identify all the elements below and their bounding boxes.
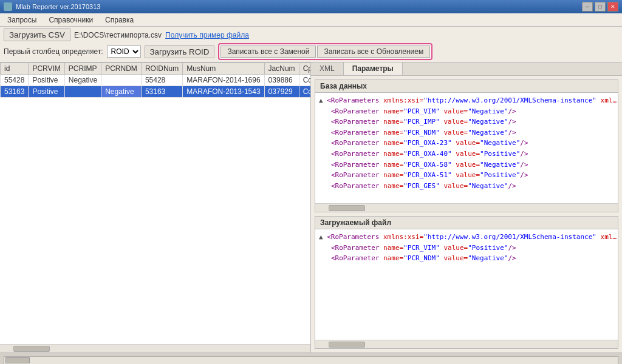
xml-line: <RoParameter name="PCR_VIM" value="Negat… [319,106,614,117]
tab-params[interactable]: Параметры [344,62,403,75]
col-comparison: Сравнен [299,63,310,75]
col-roidnum: ROIDNum [141,63,182,75]
app-icon [4,2,12,11]
xml-line: <RoParameter name="PCR_OXA-58" value="Ne… [319,160,614,170]
cell-roidnum: 53163 [141,86,182,98]
write-buttons-group: Записать все с Заменой Записать все с Об… [218,43,432,60]
col-pcrndm: PCRNDM [101,63,142,75]
xml-line: <RoParameter name="PCR_NDM" value="Negat… [319,127,614,138]
cell-id: 53163 [1,86,29,98]
load-csv-button[interactable]: Загрузить CSV [4,29,70,41]
right-content: База данных ▲ <RoParameters xmlns:xsi="h… [311,76,622,352]
col-id: id [1,63,29,75]
get-sample-link[interactable]: Получить пример файла [165,31,249,39]
db-section-title: База данных [315,80,618,93]
title-bar: Mlab Reporter ver.20170313 ─ □ ✕ [0,0,622,13]
data-table: id PCRVIM PCRIMP PCRNDM ROIDNum MusNum J… [0,62,310,98]
cell-jacnum: 037929 [264,86,299,98]
col-pcrvim: PCRVIM [29,63,64,75]
cell-pcrvim: Positive [29,75,64,86]
left-panel: id PCRVIM PCRIMP PCRNDM ROIDNum MusNum J… [0,62,311,352]
scrollbar-thumb [13,346,50,352]
cell-comparison: Conflict [299,86,310,98]
cell-pcrimp [64,86,101,98]
table-row[interactable]: 55428 Positive Negative 55428 MARAFON-20… [1,75,311,86]
close-button[interactable]: ✕ [607,2,618,12]
load-roid-button[interactable]: Загрузить ROID [145,46,215,58]
file-path-value: E:\DOCS\тестимпорта.csv [74,31,162,39]
first-col-label: Первый столбец определяет: [4,47,103,56]
write-update-button[interactable]: Записать все с Обновлением [317,46,430,58]
right-panel: XML Параметры База данных ▲ <RoParameter… [311,62,622,352]
xml-line: <RoParameter name="PCR_OXA-51" value="Po… [319,170,614,181]
db-section: База данных ▲ <RoParameters xmlns:xsi="h… [315,79,618,212]
cell-comparison: Conflict [299,75,310,86]
cell-id: 55428 [1,75,29,86]
db-xml-content[interactable]: ▲ <RoParameters xmlns:xsi="http://www.w3… [315,93,618,203]
xml-line: <RoParameter name="PCR_OXA-40" value="Po… [319,149,614,160]
menu-references[interactable]: Справочники [44,15,98,25]
file-section-scrollbar[interactable] [315,340,618,348]
cell-pcrimp: Negative [64,75,101,86]
table-container[interactable]: id PCRVIM PCRIMP PCRNDM ROIDNum MusNum J… [0,62,310,344]
tree-toggle[interactable]: ▲ [319,233,327,241]
cell-musnum: MARAFON-2014-1696 [183,75,264,86]
menu-bar: Запросы Справочники Справка [0,13,622,27]
toolbar-row-1: Загрузить CSV E:\DOCS\тестимпорта.csv По… [4,29,618,41]
xml-line: <RoParameter name="PCR_IMP" value="Negat… [319,116,614,127]
tab-xml[interactable]: XML [311,62,344,75]
status-bar [0,352,622,364]
maximize-button[interactable]: □ [595,2,606,12]
col-jacnum: JacNum [264,63,299,75]
main-scrollbar[interactable] [4,356,618,365]
tree-toggle[interactable]: ▲ [319,96,327,104]
scrollbar-thumb [5,357,30,363]
roid-select[interactable]: ROID [107,46,141,58]
col-musnum: MusNum [183,63,264,75]
col-pcrimp: PCRIMP [64,63,101,75]
file-section: Загружаемый файл ▲ <RoParameters xmlns:x… [315,216,618,349]
db-section-scrollbar[interactable] [315,203,618,212]
table-row[interactable]: 53163 Positive Negative 53163 MARAFON-20… [1,86,311,98]
scrollbar-thumb [329,342,365,348]
main-content: id PCRVIM PCRIMP PCRNDM ROIDNum MusNum J… [0,62,622,352]
tabs-bar: XML Параметры [311,62,622,76]
xml-line: ▲ <RoParameters xmlns:xsi="http://www.w3… [319,232,614,243]
write-replace-button[interactable]: Записать все с Заменой [220,46,316,58]
file-xml-content[interactable]: ▲ <RoParameters xmlns:xsi="http://www.w3… [315,229,618,340]
xml-line: <RoParameter name="PCR_GES" value="Negat… [319,181,614,192]
left-panel-scrollbar[interactable] [0,344,310,352]
cell-pcrndm [101,75,142,86]
xml-line: ▲ <RoParameters xmlns:xsi="http://www.w3… [319,95,614,106]
window-controls: ─ □ ✕ [582,2,618,12]
toolbar: Загрузить CSV E:\DOCS\тестимпорта.csv По… [0,27,622,62]
cell-pcrndm: Negative [101,86,142,98]
menu-help[interactable]: Справка [100,15,138,25]
minimize-button[interactable]: ─ [582,2,593,12]
xml-line: <RoParameter name="PCR_OXA-23" value="Ne… [319,138,614,149]
menu-requests[interactable]: Запросы [2,15,41,25]
scrollbar-thumb [329,205,365,211]
cell-pcrvim: Positive [29,86,64,98]
xml-line: <RoParameter name="PCR_NDM" value="Negat… [319,253,614,264]
title-text: Mlab Reporter ver.20170313 [16,3,100,10]
toolbar-row-2: Первый столбец определяет: ROID Загрузит… [4,43,618,60]
cell-roidnum: 55428 [141,75,182,86]
file-section-title: Загружаемый файл [315,217,618,229]
table-header-row: id PCRVIM PCRIMP PCRNDM ROIDNum MusNum J… [1,63,311,75]
cell-jacnum: 039886 [264,75,299,86]
xml-line: <RoParameter name="PCR_VIM" value="Posit… [319,243,614,254]
cell-musnum: MARAFON-2013-1543 [183,86,264,98]
